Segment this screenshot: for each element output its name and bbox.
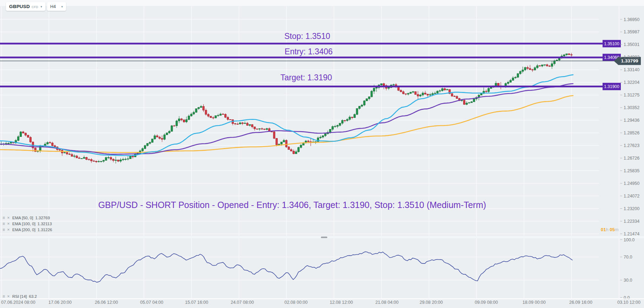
indicator-close-icon[interactable]: ✕ — [7, 222, 12, 226]
time-axis-tick: 09.09 08:00 — [475, 300, 498, 305]
indicator-settings-icon[interactable]: ≡ — [2, 215, 7, 220]
time-axis-tick: 15.07 16:00 — [185, 300, 208, 305]
ema200-legend-row: ≡ ✕ EMA [200, 0] 1.31226 — [2, 227, 52, 233]
ema100-legend-row: ≡ ✕ EMA [100, 0] 1.32113 — [2, 221, 52, 227]
indicator-label: EMA [200, 0] — [12, 228, 35, 232]
pane-divider[interactable] — [0, 236, 644, 238]
chevron-down-icon: ▾ — [61, 5, 63, 8]
time-axis-tick: 26.09 16:00 — [569, 300, 592, 305]
ema-legend: ≡ ✕ EMA [50, 0] 1.32769 ≡ ✕ EMA [100, 0]… — [2, 215, 52, 233]
price-axis-tick: 1.31275 — [624, 93, 639, 98]
indicator-label: EMA [50, 0] — [12, 216, 33, 220]
indicator-value: 1.32113 — [38, 222, 52, 226]
countdown-hours-unit: h — [606, 227, 608, 232]
symbol-label: GBPUSD — [9, 4, 30, 9]
timeframe-selector[interactable]: H4 ▾ — [47, 2, 66, 11]
price-axis-tick: 1.35031 — [624, 42, 639, 47]
chevron-down-icon: ▾ — [40, 5, 42, 8]
countdown-minutes: 05 — [610, 227, 615, 232]
instrument-type-label: CFD — [32, 5, 38, 9]
time-axis-tick: 17.06 20:00 — [48, 300, 72, 305]
price-axis-tick: 1.27623 — [624, 143, 639, 148]
indicator-settings-icon[interactable]: ≡ — [2, 227, 7, 232]
price-axis-tick: 1.32204 — [624, 80, 639, 85]
indicator-settings-icon[interactable]: ≡ — [2, 221, 7, 226]
ema50-legend-row: ≡ ✕ EMA [50, 0] 1.32769 — [2, 215, 52, 221]
price-axis-tick: 1.36950 — [624, 17, 639, 22]
timeframe-label: H4 — [50, 4, 56, 9]
indicator-close-icon[interactable]: ✕ — [7, 228, 12, 232]
time-axis-tick: 05.07 04:00 — [140, 300, 163, 305]
indicator-close-icon[interactable]: ✕ — [7, 294, 12, 298]
rsi-axis-tick: 30.0 — [624, 278, 632, 283]
price-axis-tick: 1.33140 — [624, 67, 639, 72]
indicator-label: EMA [100, 0] — [12, 222, 35, 226]
price-axis-tick: 1.23200 — [624, 206, 639, 211]
countdown-hours: 01 — [601, 227, 606, 232]
indicator-label: RSI [14] — [12, 294, 27, 299]
bar-close-countdown: 01h 05m — [601, 227, 619, 232]
time-axis-tick: 24.07 08:00 — [231, 300, 254, 305]
position-title: GBP/USD - SHORT Position - Opened - Entr… — [98, 200, 486, 210]
rsi-legend-row: ≡ ✕ RSI [14] 63.2 — [2, 293, 37, 299]
entry-line-label: Entry: 1.3406 — [285, 47, 333, 56]
price-axis-tick: 1.22334 — [624, 219, 639, 224]
price-axis-tick: 1.35987 — [624, 29, 639, 34]
price-axis-tick: 1.24950 — [624, 181, 639, 186]
trading-terminal: 1.351001.340601.319001.337991.369501.359… — [0, 0, 644, 308]
target-price-tag-label: 1.31900 — [604, 84, 619, 89]
price-axis-tick: 1.30352 — [624, 105, 639, 110]
price-axis-tick: 1.21474 — [624, 232, 639, 236]
target-line-label: Target: 1.3190 — [280, 73, 332, 82]
rsi-axis-tick: 0.0 — [624, 295, 630, 300]
price-axis-tick: 1.26726 — [624, 156, 639, 161]
pane-resize-handle — [321, 237, 327, 238]
countdown-minutes-unit: m — [615, 227, 619, 232]
time-axis-tick: 18.09 00:00 — [523, 300, 546, 305]
indicator-value: 1.32769 — [35, 216, 50, 220]
indicator-value: 63.2 — [29, 294, 37, 299]
stop-price-tag-label: 1.35100 — [604, 41, 619, 46]
price-axis-tick: 1.24072 — [624, 194, 639, 199]
price-axis-tick: 1.28526 — [624, 130, 639, 135]
time-axis-tick: 12.08 12:00 — [330, 300, 353, 305]
indicator-settings-icon[interactable]: ≡ — [2, 294, 7, 299]
price-axis-tick: 1.29436 — [624, 118, 639, 123]
chart-canvas[interactable]: 1.351001.340601.319001.337991.369501.359… — [0, 0, 644, 308]
time-axis-tick: 26.06 12:00 — [95, 300, 118, 305]
rsi-axis-tick: 100.0 — [624, 237, 635, 242]
time-axis-tick: 07.06.2024 08:00 — [1, 300, 35, 305]
rsi-axis-tick: 70.0 — [624, 255, 632, 260]
indicator-value: 1.31226 — [38, 228, 52, 232]
price-axis-tick: 1.34082 — [624, 55, 639, 60]
indicator-close-icon[interactable]: ✕ — [7, 216, 12, 220]
price-axis-tick: 1.25835 — [624, 168, 639, 173]
rsi-legend: ≡ ✕ RSI [14] 63.2 — [2, 293, 37, 299]
time-axis-tick: 29.08 20:00 — [420, 300, 443, 305]
time-axis-tick: 21.08 04:00 — [375, 300, 399, 305]
time-axis[interactable]: 07.06.2024 08:0017.06 20:0026.06 12:0005… — [0, 299, 644, 305]
time-axis-tick: 02.08 00:00 — [284, 300, 308, 305]
stop-line-label: Stop: 1.3510 — [284, 32, 330, 41]
time-axis-tick: 03.10 12:00 — [617, 300, 640, 305]
rsi-line — [0, 252, 572, 282]
symbol-selector[interactable]: GBPUSD CFD ▾ — [6, 2, 45, 11]
